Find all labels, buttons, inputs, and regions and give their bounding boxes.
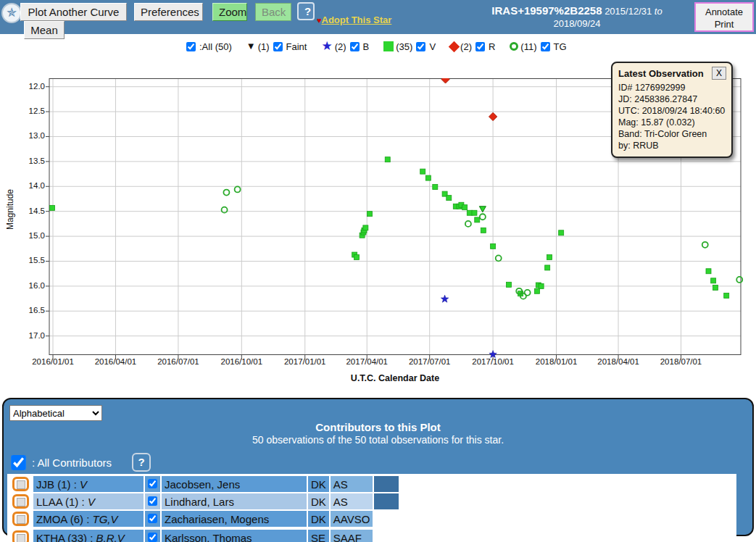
open-circle-icon xyxy=(510,42,518,51)
data-point-TG[interactable] xyxy=(222,207,228,213)
back-button[interactable]: Back xyxy=(255,3,291,21)
data-point-V[interactable] xyxy=(491,243,496,249)
data-point-V[interactable] xyxy=(547,254,552,259)
contributor-country: DK xyxy=(308,476,329,492)
tooltip-line: JD: 2458386.27847 xyxy=(618,93,726,105)
band-checkbox-v[interactable] xyxy=(416,42,425,51)
band-legend: :All (50) ▼(1)Faint★(2)B(35)V(2)R(11)TG xyxy=(185,38,567,55)
contributor-org: AS xyxy=(331,493,373,509)
data-point-TG[interactable] xyxy=(480,214,486,220)
data-point-V[interactable] xyxy=(367,212,373,217)
data-point-R[interactable] xyxy=(489,112,497,120)
data-point-V[interactable] xyxy=(724,293,729,298)
diamond-icon xyxy=(449,41,460,52)
contributor-toggle-button[interactable] xyxy=(12,512,29,526)
help-button[interactable]: ? xyxy=(297,2,315,20)
data-point-V[interactable] xyxy=(385,157,390,162)
all-bands-checkbox[interactable] xyxy=(186,42,196,51)
y-tick-label: 12.0 xyxy=(19,82,45,91)
data-point-V[interactable] xyxy=(363,225,368,230)
mean-button[interactable]: Mean xyxy=(24,21,65,39)
data-point-V[interactable] xyxy=(481,228,486,233)
data-point-V[interactable] xyxy=(50,205,55,210)
x-tick-label: 2018/04/01 xyxy=(592,357,644,366)
data-point-V[interactable] xyxy=(446,196,452,201)
adopt-this-star-link[interactable]: Adopt This Star xyxy=(322,14,392,25)
date-range-to: to xyxy=(655,6,662,17)
data-point-V[interactable] xyxy=(475,217,480,222)
data-point-TG[interactable] xyxy=(525,290,531,296)
date-range-end: 2018/09/24 xyxy=(553,18,600,29)
tooltip-line: UTC: 2018/09/24 18:40:60 xyxy=(618,105,726,117)
band-checkbox-tg[interactable] xyxy=(541,42,550,51)
contributors-help-button[interactable]: ? xyxy=(132,453,151,472)
contributor-row: ZMOA (6) : TG,VZachariasen, MogensDKAAVS… xyxy=(9,511,399,527)
tooltip-line: Mag: 15.87 (0.032) xyxy=(618,117,726,128)
data-point-TG[interactable] xyxy=(702,242,708,248)
legend-item-tg: (11)TG xyxy=(510,41,566,52)
adopt-this-star: ♥Adopt This Star xyxy=(317,14,391,25)
x-tick-label: 2016/04/01 xyxy=(89,357,141,366)
contributor-code: LLAA (1) : V xyxy=(33,493,144,509)
triangle-down-icon: ▼ xyxy=(246,41,256,51)
data-point-V[interactable] xyxy=(559,230,564,235)
plot-another-curve-button[interactable]: Plot Another Curve xyxy=(20,3,127,21)
y-tick-label: 12.5 xyxy=(19,107,45,115)
data-point-V[interactable] xyxy=(713,285,718,290)
legend-item-r: (2)R xyxy=(450,41,495,52)
data-point-V[interactable] xyxy=(425,175,431,180)
annotate-print-button[interactable]: Annotate Print xyxy=(694,2,754,32)
data-point-V[interactable] xyxy=(545,265,550,270)
band-checkbox-b[interactable] xyxy=(350,42,360,51)
data-point-V[interactable] xyxy=(420,169,425,174)
zoom-button[interactable]: Zoom xyxy=(212,3,247,21)
data-point-V[interactable] xyxy=(354,254,359,259)
data-point-V[interactable] xyxy=(467,210,472,215)
data-point-TG[interactable] xyxy=(496,255,502,261)
contributor-country: DK xyxy=(308,511,329,527)
contributor-checkbox[interactable] xyxy=(148,514,157,523)
data-point-V[interactable] xyxy=(462,205,468,210)
preferences-button[interactable]: Preferences xyxy=(134,3,203,21)
contributor-toggle-button[interactable] xyxy=(12,530,29,542)
band-checkbox-r[interactable] xyxy=(475,42,485,51)
data-point-R[interactable] xyxy=(441,78,449,83)
y-tick-label: 16.5 xyxy=(19,306,45,314)
contributor-country: DK xyxy=(308,493,329,509)
data-point-TG[interactable] xyxy=(736,277,742,283)
contributor-toggle-button[interactable] xyxy=(12,477,29,491)
data-point-V[interactable] xyxy=(506,282,511,287)
all-contributors-checkbox[interactable] xyxy=(11,455,26,470)
y-tick-label: 14.5 xyxy=(19,207,45,215)
data-point-V[interactable] xyxy=(534,288,539,293)
tooltip-close-button[interactable]: X xyxy=(712,67,726,80)
x-tick-label: 2017/07/01 xyxy=(404,357,456,366)
data-point-B[interactable] xyxy=(441,295,448,302)
band-count: (2) xyxy=(460,41,472,52)
star-name: IRAS+19597%2B2258 xyxy=(491,4,602,17)
date-range-start: 2015/12/31 xyxy=(605,6,652,17)
data-point-V[interactable] xyxy=(433,184,438,189)
x-tick-label: 2018/07/01 xyxy=(655,357,707,366)
data-point-V[interactable] xyxy=(706,269,711,274)
x-tick-label: 2016/10/01 xyxy=(215,357,267,366)
contributor-code: KTHA (33) : B,R,V xyxy=(33,530,144,542)
band-count: (35) xyxy=(396,41,412,52)
data-point-TG[interactable] xyxy=(223,190,229,196)
band-checkbox-faint[interactable] xyxy=(273,42,283,51)
x-axis-title: U.T.C. Calendar Date xyxy=(49,373,741,383)
header-bar: ✯ Plot Another Curve Preferences Zoom Ba… xyxy=(0,0,756,34)
contributor-checkbox[interactable] xyxy=(148,533,157,542)
contributor-toggle-button[interactable] xyxy=(12,494,29,509)
x-tick-label: 2017/01/01 xyxy=(279,357,331,366)
data-point-TG[interactable] xyxy=(465,221,471,227)
contributor-checkbox[interactable] xyxy=(148,479,157,488)
sort-order-select[interactable]: Alphabetical xyxy=(9,405,102,421)
data-point-V[interactable] xyxy=(539,283,544,288)
data-point-V[interactable] xyxy=(472,210,477,215)
data-point-V[interactable] xyxy=(711,278,716,283)
annotate-label: Annotate xyxy=(705,7,743,17)
contributor-checkbox[interactable] xyxy=(148,496,157,506)
data-point-TG[interactable] xyxy=(235,186,241,192)
contributor-name: Jacobsen, Jens xyxy=(162,476,307,492)
